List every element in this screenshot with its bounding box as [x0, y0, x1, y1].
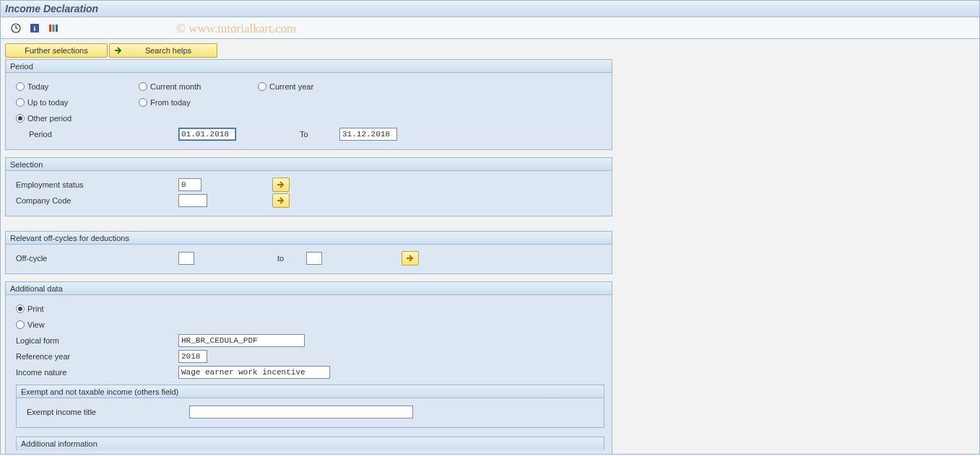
offcycle-label: Off-cycle — [16, 254, 178, 263]
period-to-input[interactable] — [339, 128, 397, 141]
radio-print[interactable]: Print — [16, 304, 44, 313]
app-toolbar: i — [0, 17, 980, 39]
period-group: Period Today Current month Current year … — [5, 59, 612, 150]
additional-data-title: Additional data — [6, 282, 612, 295]
exempt-group: Exempt and not taxable income (others fi… — [16, 385, 604, 428]
execute-icon[interactable] — [9, 22, 22, 35]
period-group-title: Period — [6, 60, 612, 73]
page-title: Income Declaration — [5, 3, 98, 14]
info-icon[interactable]: i — [28, 22, 41, 35]
search-helps-label: Search helps — [145, 46, 191, 55]
search-helps-button[interactable]: Search helps — [109, 43, 217, 58]
logical-form-label: Logical form — [16, 336, 178, 345]
content-scroll[interactable]: Further selections Search helps Period T… — [1, 39, 979, 454]
emp-status-input[interactable] — [178, 178, 201, 191]
radio-view[interactable]: View — [16, 320, 45, 329]
ref-year-label: Reference year — [16, 352, 178, 361]
ref-year-input[interactable] — [178, 350, 207, 363]
svg-line-2 — [16, 28, 18, 29]
svg-rect-7 — [56, 25, 58, 32]
svg-rect-6 — [53, 25, 55, 32]
title-bar: Income Declaration — [0, 0, 980, 17]
exempt-group-title: Exempt and not taxable income (others fi… — [17, 385, 604, 398]
period-label: Period — [16, 130, 178, 139]
company-code-multiselect-button[interactable] — [272, 193, 290, 208]
additional-data-group: Additional data Print View Logical form … — [5, 281, 612, 454]
offcycle-to-input[interactable] — [306, 252, 322, 265]
radio-up-to-today[interactable]: Up to today — [16, 98, 68, 107]
selection-buttons-row: Further selections Search helps — [5, 43, 612, 58]
radio-current-month[interactable]: Current month — [139, 82, 201, 91]
svg-text:i: i — [34, 25, 36, 32]
offcycle-to-label: to — [277, 254, 306, 263]
offcycle-group-title: Relevant off-cycles for deductions — [6, 232, 612, 245]
exempt-title-input[interactable] — [189, 405, 413, 418]
radio-current-year[interactable]: Current year — [258, 82, 313, 91]
offcycle-multiselect-button[interactable] — [402, 251, 419, 266]
period-from-input[interactable] — [178, 128, 236, 141]
further-selections-label: Further selections — [25, 46, 87, 55]
offcycle-from-input[interactable] — [178, 252, 194, 265]
selection-group: Selection Employment status Company Code — [5, 157, 612, 216]
company-code-label: Company Code — [16, 196, 178, 205]
bars-icon[interactable] — [47, 22, 60, 35]
logical-form-input[interactable] — [178, 334, 305, 347]
income-nature-input[interactable] — [178, 366, 330, 379]
further-selections-button[interactable]: Further selections — [5, 43, 108, 58]
emp-status-label: Employment status — [16, 180, 178, 189]
additional-info-group: Additional information — [16, 437, 604, 450]
additional-info-title: Additional information — [17, 437, 604, 450]
offcycle-group: Relevant off-cycles for deductions Off-c… — [5, 231, 612, 274]
emp-status-multiselect-button[interactable] — [272, 177, 290, 192]
income-nature-label: Income nature — [16, 368, 178, 377]
period-to-label: To — [300, 130, 339, 139]
radio-from-today[interactable]: From today — [139, 98, 191, 107]
content-wrapper: Further selections Search helps Period T… — [0, 39, 980, 455]
company-code-input[interactable] — [178, 194, 207, 207]
svg-rect-5 — [49, 25, 51, 32]
exempt-title-label: Exempt income title — [27, 408, 189, 416]
radio-today[interactable]: Today — [16, 82, 48, 91]
selection-group-title: Selection — [6, 158, 612, 171]
radio-other-period[interactable]: Other period — [16, 114, 71, 123]
